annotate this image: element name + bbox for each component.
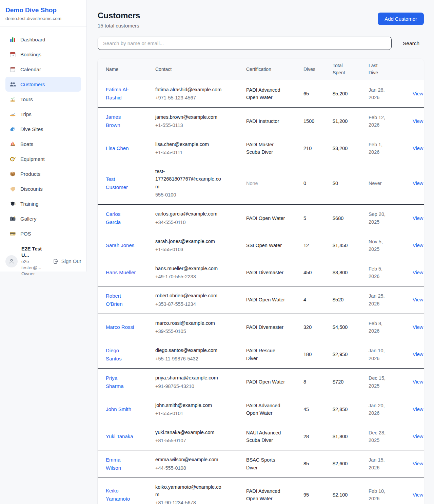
cell-last-dive: Feb 8, 2026 — [369, 314, 405, 341]
sidebar-item-label: Dive Sites — [20, 126, 43, 132]
customer-name-link[interactable]: Fatima Al-Rashid — [106, 86, 136, 102]
view-link[interactable]: View — [413, 270, 423, 275]
view-link[interactable]: View — [413, 492, 423, 498]
customer-last-dive: Jan 10, 2026 — [369, 347, 390, 362]
sidebar-item-label: Calendar — [20, 67, 41, 72]
cell-actions: View — [405, 396, 424, 423]
sidebar-item-gallery[interactable]: Gallery — [5, 211, 81, 226]
customer-name-link[interactable]: Carlos Garcia — [106, 210, 136, 226]
sidebar-item-customers[interactable]: Customers — [5, 77, 81, 92]
customer-email: sarah.jones@example.com — [155, 238, 225, 245]
customer-certification: None — [246, 180, 258, 187]
cell-last-dive: Feb 1, 2026 — [369, 135, 405, 162]
cell-last-dive: Dec 15, 2025 — [369, 368, 405, 396]
customer-email: hans.mueller@example.com — [155, 265, 225, 272]
customer-name-link[interactable]: John Smith — [106, 405, 131, 413]
dive-mask-icon — [9, 156, 16, 162]
camera-icon — [9, 216, 16, 222]
column-header-contact: Contact — [155, 59, 246, 80]
sidebar-item-tours[interactable]: Tours — [5, 92, 81, 107]
view-link[interactable]: View — [413, 216, 423, 221]
sidebar-item-dive-sites[interactable]: Dive Sites — [5, 122, 81, 136]
cell-actions: View — [405, 259, 424, 286]
cell-last-dive: Feb 12, 2026 — [369, 108, 405, 135]
cell-dives: 95 — [303, 478, 333, 504]
customer-total-spent: $0 — [333, 181, 338, 186]
view-link[interactable]: View — [413, 297, 423, 302]
sidebar-item-boats[interactable]: Boats — [5, 136, 81, 151]
sidebar-item-label: POS — [20, 231, 31, 237]
customer-name-link[interactable]: Hans Mueller — [106, 268, 136, 277]
customer-dives: 85 — [303, 461, 309, 466]
sidebar-item-equipment[interactable]: Equipment — [5, 151, 81, 166]
sidebar-item-pos[interactable]: POS — [5, 226, 81, 241]
table-row: James Brownjames.brown@example.com+1-555… — [98, 108, 424, 135]
cell-total-spent: $520 — [333, 286, 369, 314]
cell-total-spent: $2,850 — [333, 396, 369, 423]
calendar-icon — [9, 66, 16, 73]
customer-name-link[interactable]: Test Customer — [106, 175, 136, 191]
view-link[interactable]: View — [413, 461, 423, 466]
bookings-calendar-icon: 17 — [9, 51, 16, 58]
view-link[interactable]: View — [413, 118, 423, 124]
wave-icon — [9, 126, 16, 132]
table-row: Carlos Garciacarlos.garcia@example.com+3… — [98, 204, 424, 232]
customer-name-link[interactable]: Yuki Tanaka — [106, 432, 133, 441]
sidebar-item-calendar[interactable]: Calendar — [5, 62, 81, 77]
search-button[interactable]: Search — [401, 40, 421, 47]
cell-name: Robert O'Brien — [98, 286, 155, 314]
customer-name-link[interactable]: Keiko Yamamoto — [106, 487, 136, 503]
customer-name-link[interactable]: Priya Sharma — [106, 374, 136, 390]
customer-name-link[interactable]: Robert O'Brien — [106, 292, 136, 308]
customer-total-spent: $680 — [333, 216, 343, 221]
sign-out-button[interactable]: Sign Out — [53, 258, 81, 264]
cell-dives: 210 — [303, 135, 333, 162]
view-link[interactable]: View — [413, 379, 423, 385]
customer-name-link[interactable]: Marco Rossi — [106, 323, 134, 331]
sidebar-item-dashboard[interactable]: Dashboard — [5, 32, 81, 47]
cell-dives: 85 — [303, 450, 333, 478]
customer-email: james.brown@example.com — [155, 113, 225, 121]
sailboat-icon — [9, 141, 16, 147]
cell-total-spent: $0 — [333, 162, 369, 204]
customer-phone: +39-555-0105 — [155, 328, 241, 335]
sidebar-nav: Dashboard17BookingsCalendarCustomersTour… — [0, 26, 86, 241]
cell-actions: View — [405, 478, 424, 504]
view-link[interactable]: View — [413, 146, 423, 151]
customer-name-link[interactable]: Lisa Chen — [106, 144, 129, 152]
view-link[interactable]: View — [413, 407, 423, 412]
sidebar-item-discounts[interactable]: Discounts — [5, 181, 81, 196]
add-customer-button[interactable]: Add Customer — [378, 13, 424, 25]
cell-certification: SSI Open Water — [246, 232, 303, 259]
page-title: Customers — [98, 11, 140, 20]
sidebar-item-training[interactable]: Training — [5, 196, 81, 211]
view-link[interactable]: View — [413, 91, 423, 96]
view-link[interactable]: View — [413, 243, 423, 248]
sidebar-item-trips[interactable]: Trips — [5, 107, 81, 122]
cell-last-dive: Dec 28, 2025 — [369, 423, 405, 450]
table-row: Diego Santosdiego.santos@example.com+55-… — [98, 341, 424, 368]
cell-total-spent: $3,800 — [333, 259, 369, 286]
view-link[interactable]: View — [413, 181, 423, 186]
view-link[interactable]: View — [413, 434, 423, 439]
cell-last-dive: Jan 10, 2026 — [369, 341, 405, 368]
user-role: Owner — [21, 271, 49, 277]
customer-name-link[interactable]: Emma Wilson — [106, 456, 136, 472]
table-row: Robert O'Brienrobert.obrien@example.com+… — [98, 286, 424, 314]
view-link[interactable]: View — [413, 324, 423, 330]
cell-last-dive: Never — [369, 162, 405, 204]
view-link[interactable]: View — [413, 352, 423, 357]
graduation-cap-icon — [9, 201, 16, 207]
cell-contact: robert.obrien@example.com+353-87-555-123… — [155, 286, 246, 314]
customer-name-link[interactable]: Sarah Jones — [106, 241, 134, 249]
cell-dives: 45 — [303, 396, 333, 423]
customer-name-link[interactable]: Diego Santos — [106, 347, 136, 363]
cell-last-dive: Jan 15, 2026 — [369, 450, 405, 478]
customer-name-link[interactable]: James Brown — [106, 113, 136, 129]
sidebar-item-products[interactable]: Products — [5, 166, 81, 181]
customer-certification: PADI Rescue Diver — [246, 347, 287, 362]
search-input[interactable] — [98, 37, 392, 50]
sidebar-item-bookings[interactable]: 17Bookings — [5, 47, 81, 62]
cell-name: Emma Wilson — [98, 450, 155, 478]
customer-phone: +44-555-0108 — [155, 464, 241, 472]
